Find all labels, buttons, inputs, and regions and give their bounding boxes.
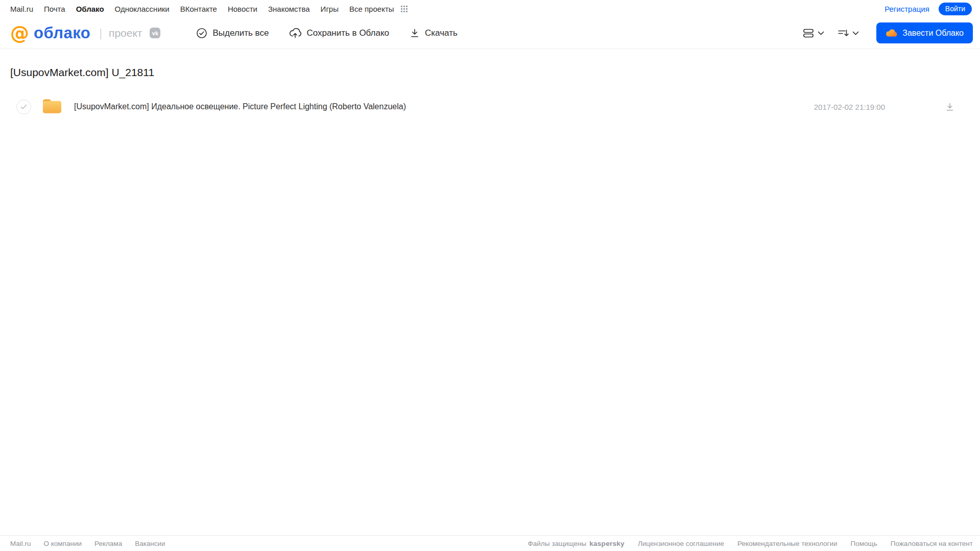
download-button[interactable]: Скачать xyxy=(410,28,458,38)
header-right-controls: Завести Облако xyxy=(803,22,973,43)
row-download-button[interactable] xyxy=(945,102,954,112)
page-title: [UsupovMarket.com] U_21811 xyxy=(10,66,970,79)
logo-divider: | xyxy=(99,27,102,40)
main-content: [UsupovMarket.com] U_21811 [UsupovMarket… xyxy=(0,66,980,119)
download-label: Скачать xyxy=(425,28,458,38)
footer-link-mailru[interactable]: Mail.ru xyxy=(10,540,31,547)
file-row-right: 2017-02-02 21:19:00 xyxy=(814,102,970,112)
apps-grid-icon[interactable] xyxy=(401,6,408,12)
chevron-down-icon xyxy=(818,31,824,35)
footer-left-links: Mail.ru О компании Реклама Вакансии xyxy=(10,540,165,547)
logo-text: облако xyxy=(34,24,90,42)
save-to-cloud-label: Сохранить в Облако xyxy=(306,28,389,38)
select-all-label: Выделить все xyxy=(212,28,269,38)
top-nav-links: Mail.ru Почта Облако Одноклассники ВКонт… xyxy=(10,5,408,13)
nav-link-mailru[interactable]: Mail.ru xyxy=(10,5,33,13)
footer-link-help[interactable]: Помощь xyxy=(851,540,877,547)
footer-link-license[interactable]: Лицензионное соглашение xyxy=(638,540,724,547)
registration-link[interactable]: Регистрация xyxy=(885,5,929,13)
file-row[interactable]: [UsupovMarket.com] Идеальное освещение. … xyxy=(10,94,970,119)
sort-dropdown[interactable] xyxy=(838,28,859,38)
nav-link-games[interactable]: Игры xyxy=(321,5,339,13)
nav-link-odnoklassniki[interactable]: Одноклассники xyxy=(115,5,170,13)
protected-label: Файлы защищены xyxy=(528,540,587,547)
toolbar: Выделить все Сохранить в Облако Скачать xyxy=(196,27,457,39)
save-to-cloud-button[interactable]: Сохранить в Облако xyxy=(289,27,389,39)
cloud-icon xyxy=(886,29,897,37)
mailru-at-icon: @ xyxy=(10,23,29,42)
footer-link-recommendations[interactable]: Рекомендательные технологии xyxy=(737,540,837,547)
nav-link-all-projects[interactable]: Все проекты xyxy=(349,5,394,13)
file-date: 2017-02-02 21:19:00 xyxy=(814,103,885,111)
footer: Mail.ru О компании Реклама Вакансии Файл… xyxy=(0,535,980,551)
select-all-icon xyxy=(196,28,207,39)
view-mode-dropdown[interactable] xyxy=(803,28,824,38)
login-button[interactable]: Войти xyxy=(939,3,972,15)
header: @ облако | проект vk Выделить все Сохран… xyxy=(0,17,980,49)
file-name[interactable]: [UsupovMarket.com] Идеальное освещение. … xyxy=(74,102,406,111)
folder-icon[interactable] xyxy=(42,98,61,116)
footer-right-links: Файлы защищены kaspersky Лицензионное со… xyxy=(528,540,973,547)
vk-icon: vk xyxy=(150,28,160,38)
project-label: проект xyxy=(109,27,142,39)
footer-link-about[interactable]: О компании xyxy=(44,540,82,547)
sort-icon xyxy=(838,28,849,38)
select-all-button[interactable]: Выделить все xyxy=(196,28,269,39)
chevron-down-icon xyxy=(852,31,859,35)
nav-link-news[interactable]: Новости xyxy=(228,5,257,13)
nav-link-mail[interactable]: Почта xyxy=(44,5,65,13)
view-mode-icon xyxy=(803,28,814,38)
top-nav-right: Регистрация Войти xyxy=(885,3,972,15)
create-cloud-label: Завести Облако xyxy=(902,29,964,38)
kaspersky-protected: Файлы защищены kaspersky xyxy=(528,540,625,547)
top-nav: Mail.ru Почта Облако Одноклассники ВКонт… xyxy=(0,0,980,17)
nav-link-vkontakte[interactable]: ВКонтакте xyxy=(180,5,217,13)
footer-link-report[interactable]: Пожаловаться на контент xyxy=(891,540,973,547)
download-icon xyxy=(410,28,420,38)
nav-link-cloud[interactable]: Облако xyxy=(76,5,104,13)
kaspersky-logo[interactable]: kaspersky xyxy=(589,540,625,547)
create-cloud-button[interactable]: Завести Облако xyxy=(876,22,973,43)
cloud-logo[interactable]: @ облако | проект vk xyxy=(10,23,160,42)
cloud-upload-icon xyxy=(289,27,301,39)
row-checkbox[interactable] xyxy=(16,100,31,114)
footer-link-ads[interactable]: Реклама xyxy=(94,540,122,547)
nav-link-dating[interactable]: Знакомства xyxy=(268,5,310,13)
footer-link-jobs[interactable]: Вакансии xyxy=(135,540,165,547)
